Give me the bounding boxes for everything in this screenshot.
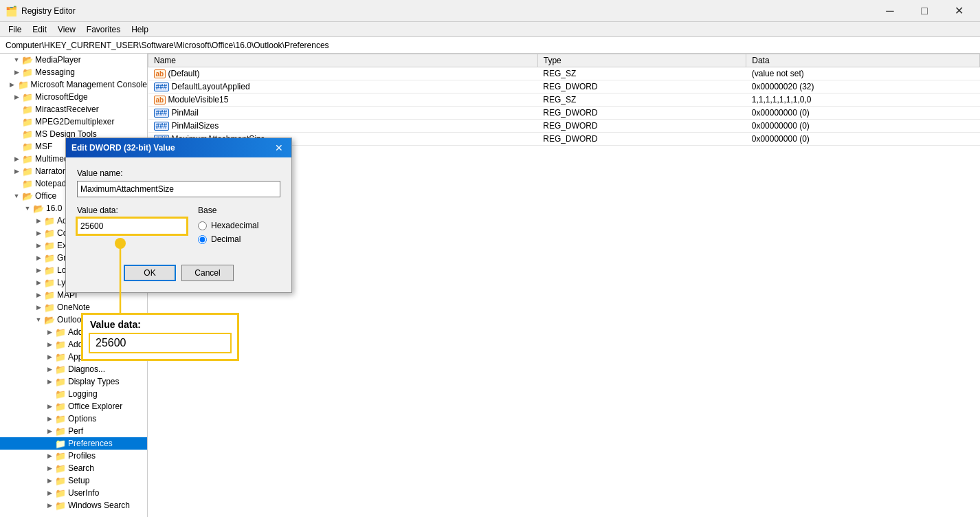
tree-item-msedge[interactable]: ▶📁MicrosoftEdge [0,91,147,103]
tree-item-windsearch[interactable]: ▶📁Windows Search [0,499,147,512]
close-button[interactable]: ✕ [943,0,975,22]
tree-toggle-mediaplayer[interactable]: ▼ [11,54,22,65]
tree-toggle-officeexplorer[interactable]: ▶ [44,401,55,412]
hex-label: Hexadecimal [211,221,258,230]
tree-item-mpeg2[interactable]: 📁MPEG2Demultiplexer [0,116,147,128]
dialog-close-button[interactable]: ✕ [272,141,286,155]
tree-toggle-mgmtconsole[interactable]: ▶ [7,79,18,90]
reg-name: ### PinMailSizes [148,120,538,133]
title-bar-text: Registry Editor [21,6,874,16]
dec-radio[interactable] [198,235,207,244]
tree-toggle-addins[interactable]: ▶ [44,339,55,350]
hex-radio[interactable] [198,221,207,230]
tree-item-addins[interactable]: ▶📁Addins [0,338,147,351]
tree-toggle-onenote[interactable]: ▶ [33,302,44,313]
tree-label-perf: Perf [68,426,83,436]
tree-toggle-lync[interactable]: ▶ [33,277,44,288]
tree-item-mgmtconsole[interactable]: ▶📁Microsoft Management Console [0,78,147,91]
tree-item-logging[interactable]: 📁Logging [0,388,147,400]
menu-edit[interactable]: Edit [27,23,52,36]
dialog-title-text: Edit DWORD (32-bit) Value [71,143,272,153]
folder-icon-messaging: 📁 [22,67,33,78]
tree-item-addins-lo[interactable]: ▶📁AddInLo... [0,326,147,338]
tree-toggle-comm[interactable]: ▶ [33,228,44,239]
menu-help[interactable]: Help [126,23,154,36]
tree-toggle-multimedia[interactable]: ▶ [11,153,22,164]
tree-toggle-messaging[interactable]: ▶ [11,67,22,78]
tree-item-outlook[interactable]: ▼📂Outlook [0,314,147,326]
tree-label-msf: MSF [35,142,52,151]
table-row[interactable]: ### PinMailSizesREG_DWORD0x00000000 (0) [148,120,980,133]
tree-item-perf[interactable]: ▶📁Perf [0,425,147,437]
table-row[interactable]: ### PinMailREG_DWORD0x00000000 (0) [148,107,980,120]
menu-view[interactable]: View [52,23,81,36]
tree-item-diagnos[interactable]: ▶📁Diagnos... [0,363,147,375]
tree-toggle-outlook[interactable]: ▼ [33,314,44,325]
folder-icon-search: 📁 [55,463,66,474]
tree-toggle-localsy[interactable]: ▶ [33,265,44,276]
tree-item-profiles[interactable]: ▶📁Profiles [0,450,147,462]
tree-item-setup[interactable]: ▶📁Setup [0,474,147,487]
tree-toggle-groove[interactable]: ▶ [33,252,44,263]
reg-data: (value not set) [746,67,980,80]
tree-item-onenote[interactable]: ▶📁OneNote [0,301,147,314]
registry-table: Name Type Data ab (Default)REG_SZ(value … [148,54,980,146]
tree-toggle-office[interactable]: ▼ [11,190,22,201]
tree-toggle-excel[interactable]: ▶ [33,240,44,251]
reg-name: ab ModuleVisible15 [148,94,538,107]
menu-file[interactable]: File [3,23,27,36]
tree-toggle-perf[interactable]: ▶ [44,426,55,437]
tree-item-mediaplayer[interactable]: ▼📂MediaPlayer [0,54,147,66]
sz-icon: ab [154,69,166,78]
tree-toggle-options[interactable]: ▶ [44,413,55,424]
tree-toggle-diagnos[interactable]: ▶ [44,364,55,375]
menu-favorites[interactable]: Favorites [81,23,126,36]
tree-label-office16: 16.0 [46,204,62,213]
tree-item-search[interactable]: ▶📁Search [0,462,147,474]
tree-toggle-setup[interactable]: ▶ [44,475,55,486]
cancel-button[interactable]: Cancel [181,265,234,281]
value-data-input[interactable] [77,218,187,234]
col-type: Type [537,54,746,67]
tree-toggle-addins-lo[interactable]: ▶ [44,327,55,338]
edit-dword-dialog[interactable]: Edit DWORD (32-bit) Value ✕ Value name: … [65,138,292,293]
tree-label-miracast: MiracastReceiver [35,104,99,114]
table-row[interactable]: ab (Default)REG_SZ(value not set) [148,67,980,80]
tree-toggle-displaytypes[interactable]: ▶ [44,376,55,387]
tree-item-appoint[interactable]: ▶📁Appoint [0,351,147,363]
tree-item-messaging[interactable]: ▶📁Messaging [0,66,147,78]
tree-toggle-narrator[interactable]: ▶ [11,166,22,177]
tree-item-preferences[interactable]: 📁Preferences [0,437,147,450]
tree-toggle-windsearch[interactable]: ▶ [44,500,55,511]
tree-label-mgmtconsole: Microsoft Management Console [31,80,147,89]
ok-button[interactable]: OK [124,265,176,281]
tree-item-miracast[interactable]: 📁MiracastReceiver [0,103,147,116]
tree-item-displaytypes[interactable]: ▶📁Display Types [0,375,147,388]
minimize-button[interactable]: ─ [874,0,906,22]
dword-icon: ### [154,122,170,131]
folder-icon-multimedia: 📁 [22,153,33,164]
tree-item-userinfo[interactable]: ▶📁UserInfo [0,487,147,499]
tree-toggle-userinfo[interactable]: ▶ [44,487,55,498]
tree-toggle-profiles[interactable]: ▶ [44,450,55,461]
tree-label-diagnos: Diagnos... [68,364,105,374]
tree-toggle-msedge[interactable]: ▶ [11,91,22,102]
tree-toggle-access[interactable]: ▶ [33,215,44,226]
tree-item-options[interactable]: ▶📁Options [0,412,147,425]
tree-toggle-office16[interactable]: ▼ [22,203,33,214]
tree-item-officeexplorer[interactable]: ▶📁Office Explorer [0,400,147,412]
value-name-input[interactable] [77,181,280,197]
tree-toggle-logging [44,388,55,399]
tree-toggle-appoint[interactable]: ▶ [44,351,55,362]
maximize-button[interactable]: □ [909,0,940,22]
reg-data: 0x00000000 (0) [746,107,980,120]
dword-icon: ### [154,82,170,91]
folder-icon-miracast: 📁 [22,104,33,115]
tree-label-userinfo: UserInfo [68,488,99,498]
table-row[interactable]: ab ModuleVisible15REG_SZ1,1,1,1,1,1,1,0,… [148,94,980,107]
dialog-buttons: OK Cancel [66,259,291,292]
table-row[interactable]: ### DefaultLayoutAppliedREG_DWORD0x00000… [148,80,980,94]
dialog-titlebar: Edit DWORD (32-bit) Value ✕ [66,138,291,157]
tree-toggle-search[interactable]: ▶ [44,463,55,474]
tree-toggle-mapi[interactable]: ▶ [33,289,44,300]
